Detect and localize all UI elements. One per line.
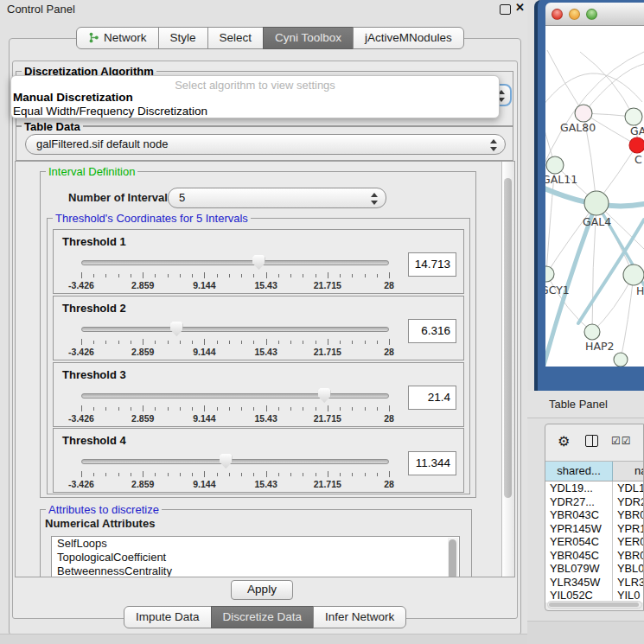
cell-name: YDR2 (613, 495, 644, 509)
settings-scroll-pane: Interval Definition Number of Intervals … (15, 161, 515, 577)
checkbox-icons[interactable]: ☑☑ (611, 435, 632, 447)
tab-label: Cyni Toolbox (275, 31, 341, 44)
network-window-titlebar[interactable] (545, 3, 644, 26)
dropdown-option-manual-discretization[interactable]: Manual Discretization (13, 91, 133, 104)
network-node-gal11[interactable] (546, 156, 564, 174)
tab-label: Infer Network (325, 610, 394, 623)
num-intervals-label: Number of Intervals (68, 191, 174, 204)
table-row[interactable]: YLR345WYLR3 (545, 576, 644, 590)
threshold-slider[interactable]: -3.4262.8599.14415.4321.71528 (81, 252, 389, 292)
table-data-combo-value: galFiltered.sif default node (36, 137, 168, 150)
attribute-item-selfloops[interactable]: SelfLoops (52, 537, 459, 551)
axis-tick-label: -3.426 (68, 280, 94, 290)
table-panel-title: Table Panel (549, 398, 608, 411)
table-row[interactable]: YBR043CYBR0 (545, 508, 644, 522)
table-row[interactable]: YER054CYER0 (545, 535, 644, 549)
network-node-ga[interactable] (625, 108, 642, 125)
num-intervals-combo[interactable]: 5 (168, 188, 386, 208)
threshold-slider[interactable]: -3.4262.8599.14415.4321.71528 (81, 319, 389, 359)
threshold-label: Threshold 3 (62, 368, 126, 381)
slider-thumb[interactable] (252, 255, 265, 270)
scrollbar-thumb[interactable] (549, 603, 639, 607)
axis-tick-label: 21.715 (314, 413, 341, 424)
axis-tick-label: 9.144 (193, 479, 215, 489)
threshold-value-field[interactable]: 14.713 (408, 252, 456, 277)
slider-thumb[interactable] (220, 454, 233, 469)
cell-name: YBR0 (613, 508, 644, 522)
table-horizontal-scrollbar[interactable] (547, 601, 642, 609)
tab-select[interactable]: Select (207, 27, 265, 49)
scrollbar-thumb[interactable] (449, 539, 456, 577)
table-row[interactable]: YBR045CYBR0 (545, 549, 644, 563)
tab-network[interactable]: Network (76, 27, 159, 49)
threshold-value-field[interactable]: 11.344 (408, 451, 456, 475)
axis-tick-label: 28 (384, 347, 394, 357)
slider-tick-labels: -3.4262.8599.14415.4321.71528 (81, 347, 389, 357)
table-row[interactable]: YDL19...YDL1 (545, 481, 644, 495)
threshold-slider[interactable]: -3.4262.8599.14415.4321.71528 (81, 451, 389, 491)
column-header-name[interactable]: name (613, 462, 644, 481)
threshold-panel: Threshold 2 -3.4262.8599.14415.4321.7152… (53, 296, 464, 360)
dropdown-option-equal-width-frequency-discretization[interactable]: Equal Width/Frequency Discretization (13, 105, 207, 118)
node-label: GAL4 (583, 215, 611, 228)
network-node-gcy1[interactable] (545, 266, 554, 282)
network-icon (88, 32, 99, 43)
float-window-icon[interactable] (500, 4, 511, 15)
slider-track[interactable] (81, 327, 389, 332)
axis-tick-label: 2.859 (131, 347, 154, 357)
network-node-gal4[interactable] (584, 191, 609, 215)
split-columns-icon[interactable] (585, 435, 598, 447)
interval-definition-group: Interval Definition Number of Intervals … (40, 171, 476, 498)
minimize-traffic-light-icon[interactable] (569, 9, 580, 20)
tab-jactivemnodules[interactable]: jActiveMNodules (353, 27, 464, 49)
tab-style[interactable]: Style (158, 27, 208, 49)
slider-track[interactable] (81, 260, 389, 265)
threshold-value-field[interactable]: 6.316 (408, 319, 456, 343)
table-row[interactable]: YDR27...YDR2 (545, 495, 644, 509)
network-node-c[interactable] (629, 137, 644, 153)
network-node-h[interactable] (623, 265, 644, 285)
node-label: H (636, 284, 644, 297)
right-region: GAL80GACGAL11GAL4GCY1HHAP2 Table Panel ⚙… (527, 0, 644, 644)
close-icon[interactable]: ✕ (515, 1, 525, 14)
zoom-traffic-light-icon[interactable] (586, 9, 597, 20)
scrollbar-thumb[interactable] (504, 178, 512, 498)
algorithm-dropdown-popup: Select algorithm to view settings Manual… (10, 75, 500, 118)
slider-tick-labels: -3.4262.8599.14415.4321.71528 (81, 413, 389, 424)
axis-tick-label: 9.144 (193, 413, 215, 424)
gear-icon[interactable]: ⚙ (558, 433, 570, 450)
attribute-item-betweennesscentrality[interactable]: BetweennessCentrality (52, 564, 459, 577)
threshold-slider[interactable]: -3.4262.8599.14415.4321.71528 (81, 386, 389, 425)
tab-impute-data[interactable]: Impute Data (124, 606, 212, 628)
close-traffic-light-icon[interactable] (552, 9, 563, 20)
numerical-attributes-list[interactable]: SelfLoopsTopologicalCoefficientBetweenne… (51, 536, 460, 577)
threshold-value-field[interactable]: 21.4 (408, 386, 456, 410)
axis-tick-label: 21.715 (314, 347, 341, 357)
slider-track[interactable] (81, 459, 389, 464)
settings-pane-scrollbar[interactable] (501, 162, 514, 577)
attributes-list-scrollbar[interactable] (448, 538, 458, 577)
axis-tick-label: -3.426 (68, 479, 94, 489)
column-header-shared-name[interactable]: shared... (545, 462, 613, 481)
slider-thumb[interactable] (170, 322, 183, 336)
tab-infer-network[interactable]: Infer Network (313, 606, 406, 628)
apply-button[interactable]: Apply (231, 580, 293, 600)
axis-tick-label: -3.426 (68, 347, 94, 357)
node-label: HAP2 (585, 340, 614, 353)
network-node-hap2[interactable] (584, 324, 600, 340)
table-data-combo[interactable]: galFiltered.sif default node (25, 134, 506, 155)
slider-track[interactable] (81, 393, 389, 399)
table-row[interactable]: YPR145WYPR1 (545, 522, 644, 536)
cell-shared-name: YDL19... (545, 481, 613, 495)
tab-discretize-data[interactable]: Discretize Data (211, 606, 315, 628)
slider-thumb[interactable] (318, 388, 331, 403)
attribute-item-topologicalcoefficient[interactable]: TopologicalCoefficient (52, 551, 459, 564)
network-node[interactable] (614, 353, 628, 367)
tab-label: Style (170, 31, 196, 44)
slider-ticks (81, 405, 389, 412)
network-node-gal80[interactable] (575, 105, 592, 122)
tab-cyni-toolbox[interactable]: Cyni Toolbox (263, 27, 354, 49)
tab-label: Impute Data (136, 610, 200, 623)
network-canvas[interactable]: GAL80GACGAL11GAL4GCY1HHAP2 (545, 26, 644, 367)
table-row[interactable]: YBL079WYBL0 (545, 562, 644, 576)
